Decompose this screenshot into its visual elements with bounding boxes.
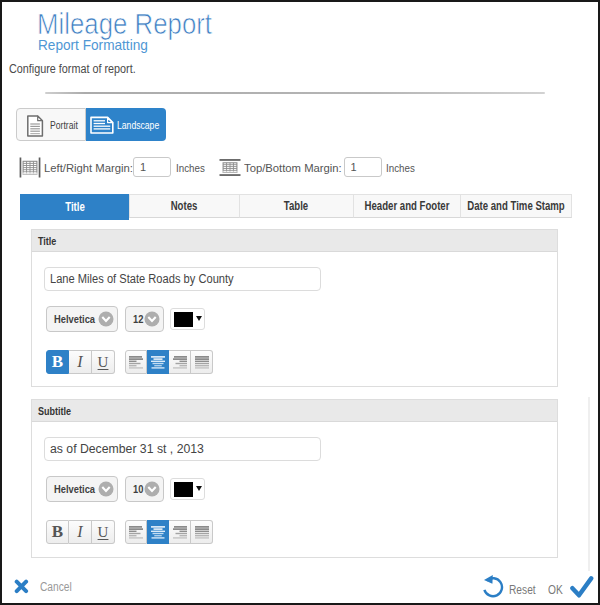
portrait-page-icon — [26, 115, 44, 137]
align-center-icon — [151, 356, 165, 369]
subtitle-font-color-picker[interactable] — [170, 478, 206, 500]
mileage-report-dialog: Mileage Report Report Formatting Configu… — [0, 0, 600, 605]
portrait-label: Portrait — [50, 119, 78, 131]
title-bold-button[interactable]: B — [46, 350, 69, 374]
title-font-dropdown[interactable]: Helvetica — [46, 306, 118, 332]
cancel-label: Cancel — [40, 580, 72, 594]
title-italic-button[interactable]: I — [69, 350, 92, 374]
align-center-icon — [151, 526, 165, 539]
align-left-icon — [129, 526, 143, 539]
tab-title[interactable]: Title — [20, 194, 130, 220]
tab-table-label: Table — [284, 199, 308, 213]
tab-table[interactable]: Table — [239, 194, 354, 218]
title-align-center-button[interactable] — [147, 350, 169, 374]
tab-header-and-footer-label: Header and Footer — [364, 199, 449, 213]
title-color-swatch — [174, 312, 193, 327]
align-right-icon — [173, 356, 187, 369]
cancel-x-icon — [14, 579, 29, 594]
title-align-left-button[interactable] — [125, 350, 147, 374]
title-align-buttons — [125, 350, 213, 374]
ok-check-icon — [570, 574, 594, 599]
subtitle-align-buttons — [125, 520, 213, 544]
bold-icon: B — [52, 352, 63, 372]
subtitle-section-header: Subtitle — [32, 400, 557, 422]
subtitle-font-value: Helvetica — [54, 483, 95, 495]
tab-notes[interactable]: Notes — [129, 194, 241, 218]
underline-icon: U — [98, 524, 109, 541]
tab-notes-label: Notes — [171, 199, 198, 213]
align-justify-icon — [195, 356, 209, 369]
title-style-buttons: B I U — [46, 350, 115, 374]
title-align-right-button[interactable] — [169, 350, 191, 374]
subtitle-text-input[interactable]: as of December 31 st , 2013 — [44, 437, 321, 461]
caret-down-icon — [196, 486, 202, 491]
subtitle-style-buttons: B I U — [46, 520, 115, 544]
align-left-icon — [129, 356, 143, 369]
subtitle-section-header-label: Subtitle — [38, 405, 71, 416]
italic-icon: I — [77, 523, 82, 541]
subtitle-section-panel: Subtitle as of December 31 st , 2013 Hel… — [31, 399, 558, 558]
page-description: Configure format of report. — [9, 62, 136, 76]
chevron-down-icon — [98, 481, 114, 497]
subtitle-font-dropdown[interactable]: Helvetica — [46, 476, 118, 502]
subtitle-font-size-value: 10 — [133, 483, 143, 495]
title-text-value: Lane Miles of State Roads by County — [50, 272, 234, 286]
title-section-header-label: Title — [38, 235, 56, 246]
subtitle-italic-button[interactable]: I — [69, 520, 92, 544]
tab-title-label: Title — [65, 200, 85, 214]
subtitle-color-swatch — [174, 482, 193, 497]
title-font-size-value: 12 — [133, 313, 143, 325]
reset-label: Reset — [509, 583, 536, 597]
ok-label: OK — [548, 583, 563, 597]
chevron-down-icon — [144, 311, 160, 327]
orientation-toggle: Portrait Landscape — [16, 108, 166, 141]
title-section-header: Title — [32, 230, 557, 252]
reset-icon — [482, 573, 504, 599]
ok-button[interactable]: OK — [548, 573, 593, 600]
subtitle-text-value: as of December 31 st , 2013 — [50, 442, 204, 456]
chevron-down-icon — [98, 311, 114, 327]
left-right-margin-unit: Inches — [176, 161, 205, 175]
top-bottom-margin-icon — [219, 157, 241, 178]
top-bottom-margin-input[interactable] — [344, 157, 382, 177]
subtitle-font-size-dropdown[interactable]: 10 — [125, 476, 164, 502]
subtitle-align-center-button[interactable] — [147, 520, 169, 544]
underline-icon: U — [98, 354, 109, 371]
align-right-icon — [173, 526, 187, 539]
top-bottom-margin-unit: Inches — [386, 161, 415, 175]
subtitle-bold-button[interactable]: B — [46, 520, 69, 544]
title-text-input[interactable]: Lane Miles of State Roads by County — [44, 267, 321, 291]
caret-down-icon — [196, 316, 202, 321]
landscape-label: Landscape — [117, 119, 159, 131]
subtitle-align-right-button[interactable] — [169, 520, 191, 544]
header-divider — [45, 92, 545, 94]
title-section-panel: Title Lane Miles of State Roads by Count… — [31, 229, 558, 387]
reset-button[interactable]: Reset — [482, 573, 534, 599]
left-right-margin-label: Left/Right Margin: — [44, 161, 133, 175]
subtitle-align-justify-button[interactable] — [191, 520, 213, 544]
scrollbar-track[interactable] — [588, 397, 590, 571]
page-subtitle: Report Formatting — [38, 37, 148, 53]
tab-header-and-footer[interactable]: Header and Footer — [353, 194, 462, 218]
title-align-justify-button[interactable] — [191, 350, 213, 374]
tab-date-and-time-stamp[interactable]: Date and Time Stamp — [460, 194, 572, 218]
title-font-size-dropdown[interactable]: 12 — [125, 306, 164, 332]
title-font-value: Helvetica — [54, 313, 95, 325]
landscape-page-icon — [90, 116, 114, 134]
italic-icon: I — [77, 353, 82, 371]
tab-date-and-time-stamp-label: Date and Time Stamp — [467, 199, 564, 213]
chevron-down-icon — [144, 481, 160, 497]
title-underline-button[interactable]: U — [92, 350, 115, 374]
subtitle-align-left-button[interactable] — [125, 520, 147, 544]
subtitle-underline-button[interactable]: U — [92, 520, 115, 544]
landscape-button[interactable]: Landscape — [86, 108, 167, 141]
align-justify-icon — [195, 526, 209, 539]
left-right-margin-input[interactable] — [133, 157, 171, 177]
title-font-color-picker[interactable] — [170, 308, 206, 330]
top-bottom-margin-label: Top/Bottom Margin: — [244, 161, 342, 175]
left-right-margin-icon — [19, 157, 41, 178]
cancel-button[interactable]: Cancel — [14, 578, 84, 596]
bold-icon: B — [52, 522, 63, 542]
portrait-button[interactable]: Portrait — [16, 108, 86, 141]
